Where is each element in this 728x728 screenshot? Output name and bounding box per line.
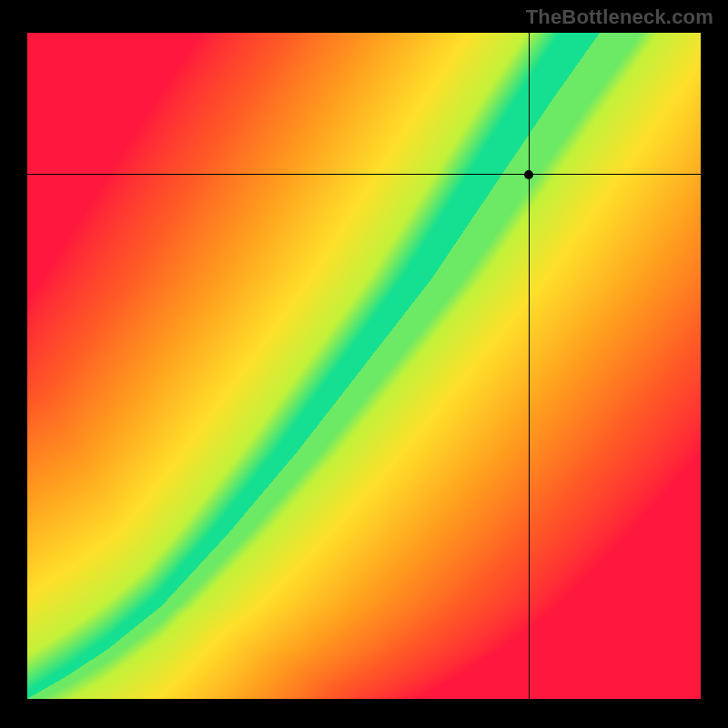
heatmap-plot — [27, 33, 701, 699]
crosshair-marker — [524, 170, 533, 179]
crosshair-vertical — [529, 33, 530, 699]
watermark-text: TheBottleneck.com — [526, 5, 713, 29]
crosshair-horizontal — [27, 174, 701, 175]
chart-frame: TheBottleneck.com — [0, 0, 728, 728]
heatmap-canvas — [27, 33, 701, 699]
